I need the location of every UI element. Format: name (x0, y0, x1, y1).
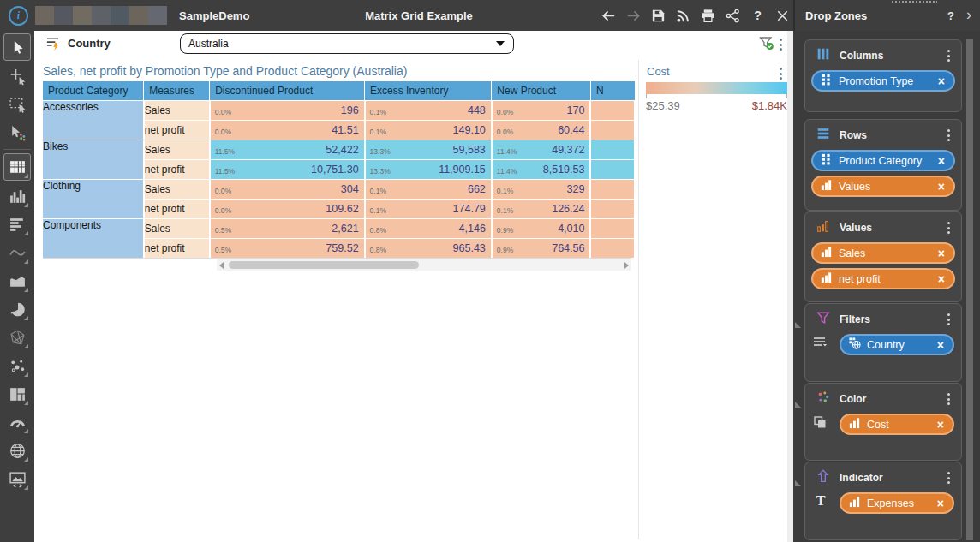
filter-menu-button[interactable] (776, 39, 785, 51)
pill-remove-button[interactable]: × (937, 419, 944, 431)
tool-pie-chart[interactable] (4, 296, 30, 322)
publish-button[interactable] (674, 7, 691, 24)
smart-select-icon (9, 124, 27, 142)
table-row: BikesSales11.5%52,42213.3%59,58311.4%49,… (43, 140, 635, 160)
tool-treemap[interactable] (4, 381, 30, 407)
zone-menu-button[interactable] (944, 313, 953, 325)
clipped-data-cell (590, 239, 635, 259)
zone-menu-button[interactable] (944, 50, 953, 62)
tool-column-chart[interactable] (4, 183, 30, 209)
pill-product-category[interactable]: Product Category× (811, 150, 955, 171)
pill-remove-button[interactable]: × (937, 339, 944, 351)
save-button[interactable] (649, 7, 666, 24)
tool-area-chart[interactable] (4, 268, 30, 294)
zone-resize-handle[interactable] (795, 322, 801, 328)
measure-cell: net profit (144, 121, 210, 140)
cell-percent: 0.0% (215, 108, 231, 116)
category-cell: Components (43, 219, 144, 259)
horizontal-scrollbar[interactable] (217, 259, 631, 271)
data-cell: 0.5%759.52 (210, 239, 365, 259)
pill-country[interactable]: Country× (840, 334, 954, 355)
layers-icon (812, 414, 829, 432)
tool-scatter-chart[interactable] (4, 353, 30, 378)
info-icon[interactable]: i (9, 6, 28, 26)
tool-multi-select[interactable] (4, 63, 30, 89)
cell-value: 329 (567, 183, 585, 195)
print-button[interactable] (699, 7, 716, 24)
pill-remove-button[interactable]: × (938, 75, 945, 87)
tool-line-chart[interactable] (4, 240, 30, 265)
cell-value: 4,146 (459, 223, 486, 235)
drag-handle-dots[interactable] (891, 0, 937, 3)
panel-scrollbar-thumb[interactable] (966, 39, 973, 540)
tool-smart-select[interactable] (4, 120, 30, 146)
cell-value: 149.10 (453, 124, 486, 136)
zone-menu-button[interactable] (944, 472, 953, 484)
zone-label: Rows (840, 129, 867, 141)
zone-resize-handle[interactable] (795, 480, 801, 486)
arrow-right-icon (625, 8, 642, 24)
cell-percent: 0.0% (497, 108, 513, 116)
forward-button[interactable] (624, 7, 642, 24)
application-window: i SampleDemo Matrix Grid Example ? Drop … (0, 0, 980, 542)
scrollbar-thumb[interactable] (229, 261, 419, 269)
cell-percent: 0.5% (215, 226, 231, 235)
cell-value: 196 (341, 104, 359, 116)
legend-menu-button[interactable] (776, 68, 785, 80)
scroll-left-arrow[interactable] (219, 262, 224, 269)
help-button[interactable]: ? (749, 7, 766, 24)
text-icon: T (812, 493, 829, 510)
panel-help-button[interactable]: ? (947, 9, 954, 22)
pill-values[interactable]: Values× (811, 176, 955, 197)
cell-percent: 0.5% (215, 246, 231, 254)
variant-corner-icon (24, 344, 28, 348)
pill-remove-button[interactable]: × (938, 273, 945, 285)
scroll-right-arrow[interactable] (624, 262, 629, 269)
tool-map[interactable] (4, 438, 30, 463)
tool-polygon-chart[interactable] (4, 325, 30, 350)
tool-gauge[interactable] (4, 409, 30, 435)
filter-applied-icon[interactable] (758, 35, 775, 52)
zone-color: ColorCost× (804, 383, 962, 461)
back-button[interactable] (600, 7, 617, 24)
pill-cost[interactable]: Cost× (840, 414, 954, 435)
tool-rect-select[interactable] (4, 92, 30, 117)
tool-select-cursor[interactable] (3, 33, 31, 61)
variant-corner-icon (24, 401, 28, 405)
country-dropdown[interactable]: Australia (180, 33, 514, 54)
pill-sales[interactable]: Sales× (811, 242, 955, 264)
close-button[interactable] (774, 7, 791, 24)
cell-percent: 0.9% (497, 226, 513, 235)
tool-image-widget[interactable] (4, 466, 30, 491)
clipped-data-cell (590, 219, 635, 239)
tool-bar-chart[interactable] (4, 211, 30, 237)
cell-value: 2,621 (332, 223, 358, 235)
toolbox-sidebar (0, 31, 34, 542)
pill-promotion-type[interactable]: Promotion Type× (811, 70, 955, 92)
pill-remove-button[interactable]: × (938, 155, 945, 167)
zone-resize-handle[interactable] (795, 402, 801, 408)
topbar-actions: ? (600, 0, 791, 31)
pill-expenses[interactable]: Expenses× (840, 492, 954, 514)
cell-percent: 0.8% (370, 246, 386, 254)
zone-menu-button[interactable] (944, 222, 953, 234)
share-button[interactable] (724, 7, 741, 24)
cell-percent: 13.3% (370, 167, 391, 176)
zone-header: Color (805, 384, 961, 409)
zone-menu-button[interactable] (944, 129, 953, 141)
pill-remove-button[interactable]: × (937, 497, 944, 509)
pill-remove-button[interactable]: × (938, 247, 945, 259)
canvas-vertical-scrollbar[interactable] (787, 31, 793, 542)
pill-net-profit[interactable]: net profit× (811, 268, 955, 289)
category-cell: Accessories (43, 101, 144, 140)
data-cell: 0.8%4,146 (365, 219, 492, 239)
panel-collapse-button[interactable]: › (966, 7, 971, 22)
list-icon[interactable] (812, 335, 829, 352)
tool-matrix-grid[interactable] (3, 153, 31, 181)
pill-remove-button[interactable]: × (938, 181, 945, 193)
column-header: Excess Inventory (365, 81, 492, 101)
data-cell: 11.4%8,519.53 (492, 160, 591, 180)
arrow-left-icon (601, 8, 617, 24)
zone-menu-button[interactable] (944, 393, 953, 405)
pill-label: Sales (839, 247, 938, 259)
